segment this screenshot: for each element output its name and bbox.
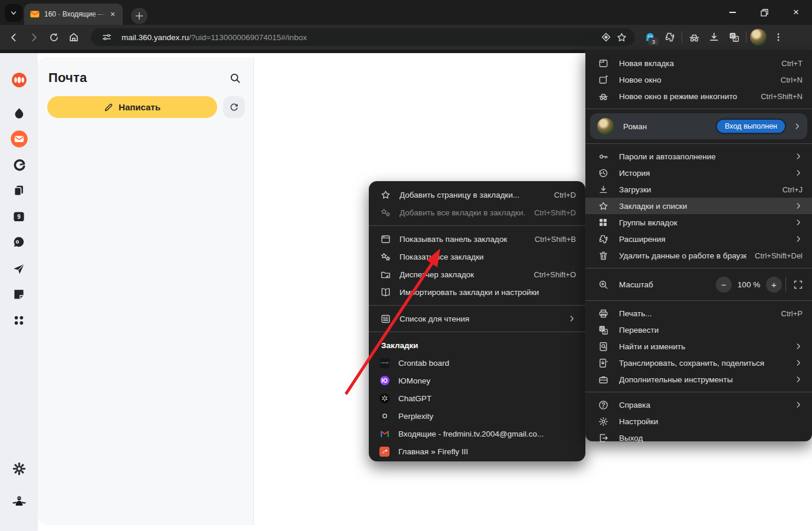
- search-button[interactable]: [227, 70, 243, 86]
- sidebar-item-notes[interactable]: [8, 284, 30, 305]
- shortcut: Ctrl+Shift+Del: [755, 251, 803, 260]
- menu-item-label: Список для чтения: [400, 314, 559, 323]
- sidebar-item-mail[interactable]: [8, 128, 30, 149]
- extensions-area: 3 G文: [640, 25, 788, 50]
- extensions-icon: [597, 233, 609, 245]
- menu-item-history[interactable]: История: [585, 165, 812, 181]
- menu-item-find-and-edit[interactable]: Найти и изменить: [585, 338, 812, 355]
- forward-button[interactable]: [24, 27, 44, 47]
- pencil-icon: [104, 103, 113, 112]
- tab-close-button[interactable]: ×: [107, 9, 118, 19]
- minimize-button[interactable]: [716, 0, 748, 25]
- sidebar-item-messenger[interactable]: [8, 231, 30, 253]
- sidebar-item-disk-drop[interactable]: [8, 103, 30, 124]
- sidebar-item-documents[interactable]: [8, 180, 30, 201]
- refresh-icon: [229, 102, 239, 112]
- zoom-in-button[interactable]: +: [766, 277, 782, 293]
- submenu-chevron-icon: [794, 235, 803, 243]
- reload-button[interactable]: [44, 27, 64, 47]
- chrome-menu: Новая вкладкаCtrl+TНовое окноCtrl+NНовое…: [585, 50, 812, 441]
- menu-item-label: Печать...: [619, 309, 773, 318]
- sidebar-item-calendar[interactable]: 9: [8, 206, 30, 227]
- menu-item-label: Справка: [619, 401, 786, 409]
- bookmark-yoomoney-favicon: Ю: [379, 376, 389, 386]
- bookmark-star-icon[interactable]: [614, 30, 629, 45]
- submenu-chevron-icon: [794, 202, 803, 210]
- menu-item-bookmark-gmail-inbox[interactable]: Входящие - fredmini.tv.2004@gmail.co...: [369, 425, 585, 442]
- fullscreen-icon[interactable]: [792, 278, 804, 290]
- menu-item-show-bookmarks-bar[interactable]: Показывать панель закладокCtrl+Shift+B: [369, 230, 585, 248]
- bookmark-crontab-board-favicon: crontab: [379, 358, 389, 368]
- sidebar-item-settings[interactable]: [8, 458, 30, 479]
- menu-item-bookmark-manager[interactable]: Диспетчер закладокCtrl+Shift+O: [369, 266, 585, 283]
- address-bar[interactable]: mail.360.yandex.ru/?uid=1130000069074015…: [91, 28, 635, 46]
- sidebar-user-avatar[interactable]: [8, 491, 30, 512]
- sidebar-item-yandex-360-logo[interactable]: [8, 69, 30, 90]
- menu-item-label: Настройки: [619, 417, 803, 426]
- menu-item-bookmark-all-tabs[interactable]: Добавить все вкладки в закладки...Ctrl+S…: [369, 204, 585, 221]
- menu-item-new-window[interactable]: Новое окноCtrl+N: [585, 71, 812, 88]
- menu-item-reading-list[interactable]: Список для чтения: [369, 310, 585, 327]
- home-button[interactable]: [64, 27, 84, 47]
- menu-item-new-incognito-window[interactable]: Новое окно в режиме инкогнитоCtrl+Shift+…: [585, 88, 812, 104]
- browser-titlebar: 160 · Входящие — Яндекс Поч × ×: [0, 0, 812, 25]
- menu-item-extensions[interactable]: Расширения: [585, 231, 812, 247]
- sidebar-item-all-apps[interactable]: [8, 310, 30, 331]
- browser-menu-button[interactable]: [768, 27, 788, 47]
- tab-search-button[interactable]: [5, 4, 22, 22]
- menu-item-bookmark-yoomoney[interactable]: ЮЮMoney: [369, 372, 585, 389]
- menu-item-downloads[interactable]: ЗагрузкиCtrl+J: [585, 181, 812, 198]
- zoom-out-button[interactable]: −: [716, 277, 732, 293]
- menu-item-more-tools[interactable]: Дополнительные инструменты: [585, 371, 812, 388]
- menu-item-translate[interactable]: G文Перевести: [585, 322, 812, 338]
- refresh-button[interactable]: [223, 96, 245, 118]
- menu-item-label: Группы вкладок: [619, 218, 786, 227]
- menu-item-label: Удалить данные о работе в браузере...: [619, 251, 746, 260]
- avatar: [597, 118, 614, 135]
- submenu-chevron-icon: [794, 169, 803, 177]
- active-tab[interactable]: 160 · Входящие — Яндекс Поч ×: [24, 4, 123, 25]
- menu-item-settings[interactable]: Настройки: [585, 413, 812, 430]
- menu-item-import-bookmarks[interactable]: Импортировать закладки и настройки: [369, 283, 585, 301]
- extensions-puzzle-button[interactable]: [660, 27, 680, 47]
- menu-separator: [369, 305, 585, 306]
- menu-item-bookmark-chatgpt[interactable]: ChatGPT: [369, 389, 585, 407]
- menu-separator: [585, 392, 812, 392]
- shortcut: Ctrl+J: [782, 185, 803, 194]
- close-button[interactable]: ×: [780, 0, 812, 25]
- reader-mode-icon[interactable]: [598, 30, 614, 45]
- menu-item-clear-browsing-data[interactable]: Удалить данные о работе в браузере...Ctr…: [585, 247, 812, 264]
- back-button[interactable]: [4, 27, 24, 47]
- menu-item-exit[interactable]: Выход: [585, 430, 812, 446]
- ghostery-extension-button[interactable]: 3: [640, 27, 660, 47]
- incognito-extension-button[interactable]: [684, 27, 704, 47]
- menu-item-tab-groups[interactable]: Группы вкладок: [585, 214, 812, 231]
- sidebar-item-telemost[interactable]: [8, 258, 30, 279]
- menu-item-bookmark-firefly[interactable]: Главная » Firefly III: [369, 442, 585, 460]
- menu-item-help[interactable]: Справка: [585, 396, 812, 413]
- menu-item-bookmark-crontab-board[interactable]: crontabCrontab board: [369, 354, 585, 372]
- translate-button[interactable]: G文: [724, 27, 744, 47]
- menu-item-bookmarks-and-lists[interactable]: Закладки и списки: [585, 198, 812, 214]
- menu-item-label: Показать все закладки: [400, 253, 576, 261]
- restore-button[interactable]: [748, 0, 780, 25]
- profile-avatar-button[interactable]: [748, 27, 768, 47]
- site-settings-icon[interactable]: [99, 30, 114, 45]
- menu-item-label: ЮMoney: [398, 376, 576, 385]
- downloads-button[interactable]: [704, 27, 724, 47]
- menu-item-new-tab[interactable]: Новая вкладкаCtrl+T: [585, 55, 812, 71]
- menu-item-bookmark-perplexity[interactable]: Perplexity: [369, 407, 585, 425]
- menu-separator: [585, 300, 812, 301]
- menu-item-bookmark-this-page[interactable]: Добавить страницу в закладки...Ctrl+D: [369, 186, 585, 204]
- sidebar-item-disk-swirl[interactable]: [8, 154, 30, 175]
- menu-item-print[interactable]: Печать...Ctrl+P: [585, 305, 812, 322]
- menu-item-cast-save-share[interactable]: Транслировать, сохранить, поделиться: [585, 355, 812, 371]
- menu-item-label: Перевести: [619, 326, 803, 335]
- menu-item-profile[interactable]: РоманВход выполнен: [590, 113, 807, 139]
- compose-button[interactable]: Написать: [47, 96, 217, 118]
- menu-item-label: Crontab board: [398, 359, 576, 368]
- new-tab-button[interactable]: [131, 8, 148, 24]
- menu-vertical-separator: [785, 277, 786, 291]
- menu-item-passwords-autofill[interactable]: Пароли и автозаполнение: [585, 148, 812, 165]
- menu-item-show-all-bookmarks[interactable]: Показать все закладки: [369, 248, 585, 266]
